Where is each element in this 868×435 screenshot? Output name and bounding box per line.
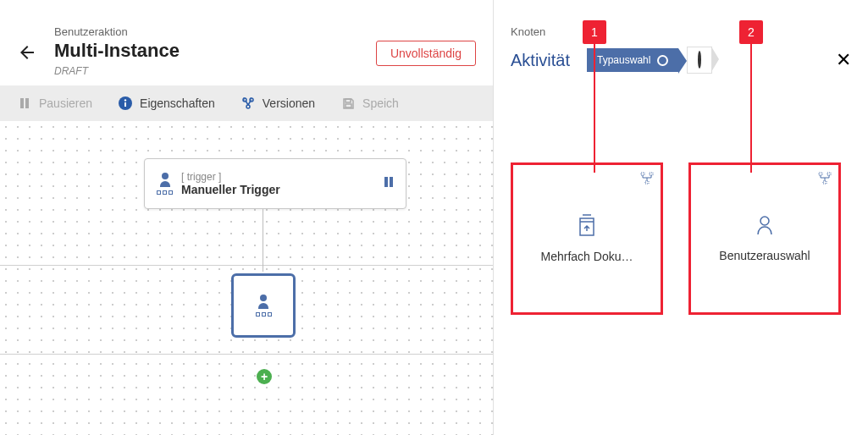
trigger-text: [ trigger ] Manueller Trigger [181, 171, 280, 196]
activity-node-selected[interactable] [231, 273, 296, 338]
step-type-selection[interactable]: Typauswahl [587, 48, 678, 72]
card-label: Mehrfach Doku… [531, 250, 644, 263]
svg-rect-20 [823, 181, 827, 184]
header-supertitle: Benutzeraktion [54, 25, 376, 38]
pause-icon [17, 96, 32, 111]
workflow-canvas[interactable]: [ trigger ] Manueller Trigger [0, 121, 493, 435]
header-info: Benutzeraktion Multi-Instance DRAFT [54, 25, 376, 77]
document-upload-icon [578, 214, 596, 240]
callout-marker-2: 2 [739, 20, 763, 44]
card-multi-document[interactable]: Mehrfach Doku… [511, 162, 663, 315]
step-indicator-icon [698, 51, 701, 69]
svg-rect-3 [124, 102, 126, 107]
svg-rect-13 [390, 177, 393, 187]
pause-icon [384, 176, 394, 191]
trigger-name: Manueller Trigger [181, 183, 280, 196]
svg-rect-11 [346, 104, 351, 107]
svg-rect-0 [20, 98, 24, 108]
panel-header: Knoten Aktivität Typauswahl ✕ [511, 0, 851, 74]
workflow-editor-panel: Benutzeraktion Multi-Instance DRAFT Unvo… [0, 0, 493, 435]
versions-button[interactable]: 21 Versionen [240, 96, 315, 111]
pause-button[interactable]: Pausieren [17, 96, 92, 111]
step-label: Typauswahl [597, 54, 650, 66]
wizard-stepper: Typauswahl [587, 47, 712, 74]
lane-divider [0, 265, 493, 266]
card-user-selection[interactable]: Benutzerauswahl [688, 162, 841, 315]
pause-label: Pausieren [39, 96, 92, 110]
svg-point-7 [246, 105, 250, 108]
trigger-node[interactable]: [ trigger ] Manueller Trigger [144, 158, 406, 209]
type-cards: Mehrfach Doku… Benutzerauswahl [511, 162, 851, 315]
svg-rect-12 [384, 177, 388, 187]
svg-point-4 [124, 99, 126, 101]
back-button[interactable] [17, 42, 37, 63]
svg-text:1: 1 [250, 96, 252, 102]
status-badge[interactable]: Unvollständig [376, 41, 476, 66]
versions-icon: 21 [240, 96, 256, 111]
trigger-tag: [ trigger ] [181, 171, 280, 183]
panel-title: Aktivität [511, 51, 570, 70]
workflow-state: DRAFT [54, 65, 376, 77]
svg-rect-18 [819, 173, 822, 175]
svg-point-21 [760, 217, 769, 225]
properties-button[interactable]: Eigenschaften [118, 96, 215, 111]
node-config-panel: Knoten Aktivität Typauswahl ✕ [493, 0, 868, 435]
user-icon [756, 215, 773, 239]
workflow-icon [818, 172, 832, 189]
svg-rect-16 [645, 181, 649, 184]
versions-label: Versionen [263, 96, 315, 110]
user-action-icon [256, 295, 272, 317]
svg-rect-14 [641, 173, 644, 175]
add-node-button[interactable] [257, 369, 272, 384]
header: Benutzeraktion Multi-Instance DRAFT Unvo… [0, 0, 493, 85]
user-action-icon [157, 173, 173, 195]
lane-divider [0, 354, 493, 355]
svg-rect-15 [650, 173, 653, 175]
svg-rect-19 [827, 173, 831, 175]
connector-line [263, 209, 263, 272]
save-button[interactable]: Speich [340, 96, 399, 111]
step-indicator-icon [657, 55, 668, 66]
workflow-icon [640, 172, 654, 189]
svg-text:2: 2 [243, 96, 246, 102]
save-label: Speich [362, 96, 399, 110]
card-label: Benutzerauswahl [709, 249, 820, 262]
properties-label: Eigenschaften [140, 96, 215, 110]
callout-line [750, 44, 752, 173]
panel-supertitle: Knoten [511, 25, 851, 38]
close-button[interactable]: ✕ [836, 49, 851, 71]
callout-marker-1: 1 [583, 20, 606, 44]
step-next[interactable] [687, 47, 712, 74]
page-title: Multi-Instance [54, 40, 376, 62]
toolbar: Pausieren Eigenschaften 21 Versionen Spe… [0, 85, 493, 121]
svg-rect-10 [346, 99, 351, 102]
info-icon [118, 96, 133, 111]
callout-line [594, 44, 595, 173]
save-icon [340, 96, 356, 111]
svg-rect-1 [25, 98, 29, 108]
